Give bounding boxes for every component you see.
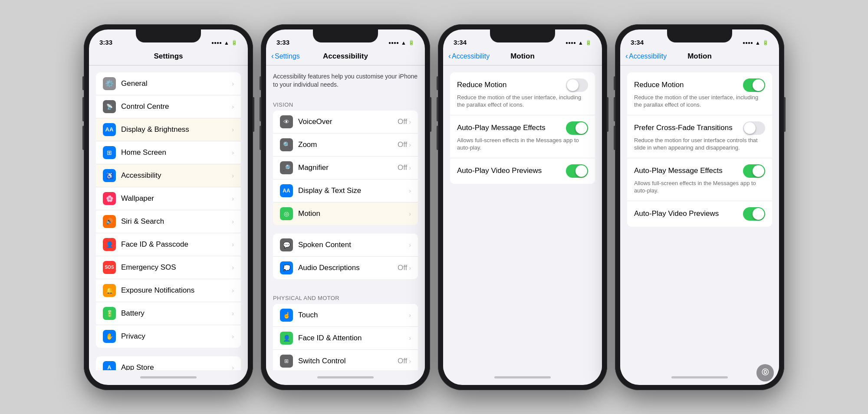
row-control-centre[interactable]: 📡 Control Centre › [96,95,241,118]
auto-play-video-row-4: Auto-Play Video Previews [627,201,772,227]
chevron: › [409,264,411,271]
home-screen-label: Home Screen [121,148,232,157]
row-voiceover[interactable]: 👁 VoiceOver Off › [273,111,418,134]
volume-down-btn [82,126,84,150]
row-spoken-content[interactable]: 💬 Spoken Content › [273,234,418,257]
row-zoom[interactable]: 🔍 Zoom Off › [273,134,418,156]
wifi-icon-3: ▲ [578,40,583,46]
auto-play-msg-row-4: Auto-Play Message Effects Allows full-sc… [627,158,772,201]
auto-play-msg-toggle-3[interactable] [566,121,588,135]
back-chevron-icon: ‹ [271,52,274,61]
display-label: Display & Brightness [121,125,232,134]
battery-icon: 🔋 [231,40,237,46]
back-label-settings: Settings [275,52,300,60]
back-settings[interactable]: ‹ Settings [271,52,300,61]
row-face-id-attention[interactable]: 👤 Face ID & Attention › [273,327,418,350]
reduce-motion-label-4: Reduce Motion [634,81,738,89]
chevron: › [232,333,234,340]
row-privacy[interactable]: ✋ Privacy › [96,325,241,348]
reduce-motion-toggle-3[interactable] [566,78,588,92]
wifi-icon-2: ▲ [401,40,406,46]
volume-down-btn [260,126,261,150]
chevron: › [409,358,411,365]
chevron: › [232,287,234,294]
time-1: 3:33 [99,39,112,46]
row-home-screen[interactable]: ⊞ Home Screen › [96,141,241,164]
auto-play-video-row-3: Auto-Play Video Previews [450,158,595,184]
chevron: › [232,80,234,87]
reduce-motion-top-3: Reduce Motion [457,78,588,92]
cross-fade-toggle-4[interactable] [743,121,765,135]
bottom-area-4: ⓪ [620,370,779,385]
battery-label: Battery [121,309,232,318]
nav-bar-1: Settings [89,49,248,65]
auto-play-video-toggle-3[interactable] [566,164,588,178]
display-text-icon: AA [280,184,293,197]
cross-fade-label-4: Prefer Cross-Fade Transitions [634,124,738,132]
row-accessibility[interactable]: ♿ Accessibility › [96,164,241,187]
voiceover-value: Off [398,117,407,126]
battery-icon-2: 🔋 [408,40,414,46]
row-display-text[interactable]: AA Display & Text Size › [273,179,418,202]
audio-desc-icon: 💭 [280,261,293,274]
time-4: 3:34 [631,39,644,46]
toggle-thumb [575,122,587,134]
spoken-content-label: Spoken Content [298,241,409,249]
row-touch[interactable]: ☝️ Touch › [273,304,418,327]
chevron: › [409,241,411,248]
auto-play-msg-label-3: Auto-Play Message Effects [457,124,561,132]
battery-icon-3: 🔋 [585,40,592,46]
back-chevron-icon-4: ‹ [625,52,628,61]
wifi-icon: ▲ [224,40,229,46]
face-id-attention-label: Face ID & Attention [298,334,409,342]
nav-title-2: Accessibility [323,52,368,61]
back-accessibility-3[interactable]: ‹ Accessibility [448,52,490,61]
row-exposure[interactable]: 🔔 Exposure Notifications › [96,279,241,302]
wallpaper-icon: 🌸 [103,192,116,205]
voiceover-icon: 👁 [280,115,293,128]
auto-play-msg-label-4: Auto-Play Message Effects [634,166,738,175]
auto-play-video-toggle-4[interactable] [743,207,765,221]
row-motion[interactable]: ◎ Motion › [273,202,418,225]
privacy-label: Privacy [121,332,232,341]
power-btn [784,97,786,132]
row-switch-control[interactable]: ⊞ Switch Control Off › [273,350,418,370]
vision-section-header: VISION [266,95,425,111]
chevron: › [232,218,234,225]
screen-2: 3:33 ●●●● ▲ 🔋 ‹ Settings Accessibility A… [266,29,425,385]
row-general[interactable]: ⚙️ General › [96,72,241,95]
auto-play-msg-top-3: Auto-Play Message Effects [457,121,588,135]
chevron: › [409,141,411,148]
toggle-thumb [567,79,579,91]
reduce-motion-toggle-4[interactable] [743,78,765,92]
row-wallpaper[interactable]: 🌸 Wallpaper › [96,187,241,210]
fab-button[interactable]: ⓪ [756,364,774,381]
auto-play-msg-toggle-4[interactable] [743,164,765,178]
row-battery[interactable]: 🔋 Battery › [96,302,241,325]
chevron: › [409,335,411,342]
row-display[interactable]: AA Display & Brightness › [96,118,241,141]
auto-play-video-label-4: Auto-Play Video Previews [634,209,738,218]
reduce-motion-label-3: Reduce Motion [457,81,561,89]
toggle-thumb [575,165,587,177]
face-id-attention-icon: 👤 [280,332,293,345]
back-accessibility-4[interactable]: ‹ Accessibility [625,52,667,61]
row-magnifier[interactable]: 🔎 Magnifier Off › [273,156,418,179]
volume-up-btn [82,97,84,121]
phone-1: 3:33 ●●●● ▲ 🔋 Settings ⚙️ General › 📡 Co… [84,24,253,390]
row-appstore[interactable]: A App Store › [96,356,241,370]
faceid-icon: 👤 [103,238,116,251]
screen-1: 3:33 ●●●● ▲ 🔋 Settings ⚙️ General › 📡 Co… [89,29,248,385]
vision-group-2: 💬 Spoken Content › 💭 Audio Descriptions … [273,234,418,279]
row-emergency[interactable]: SOS Emergency SOS › [96,256,241,279]
row-audio-desc[interactable]: 💭 Audio Descriptions Off › [273,257,418,279]
row-siri[interactable]: 🔊 Siri & Search › [96,210,241,233]
toggle-thumb [753,79,764,91]
appstore-label: App Store [121,363,232,370]
chevron: › [232,172,234,179]
home-screen-icon: ⊞ [103,146,116,159]
siri-icon: 🔊 [103,215,116,228]
row-faceid[interactable]: 👤 Face ID & Passcode › [96,233,241,256]
motion-icon: ◎ [280,207,293,220]
faceid-label: Face ID & Passcode [121,240,232,249]
